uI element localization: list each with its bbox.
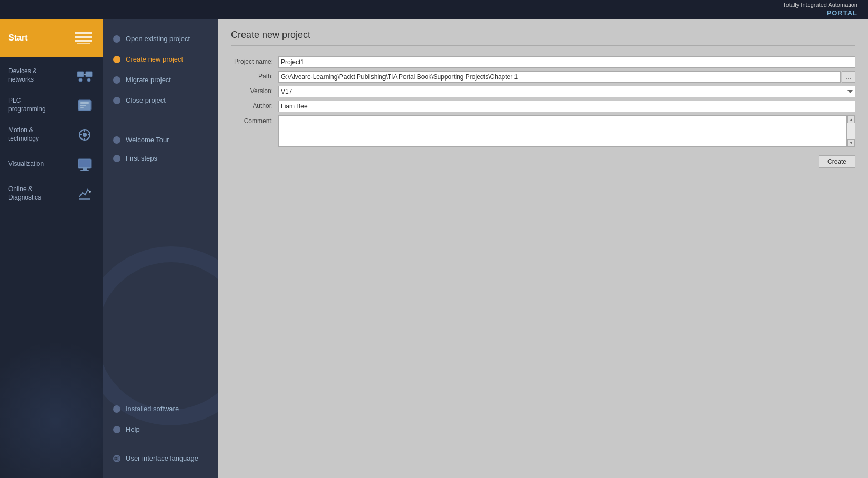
author-label: Author: <box>231 101 278 109</box>
sidebar-nav: Devices &networks PLCprogramming <box>0 57 103 213</box>
middle-panel: Open existing project Create new project… <box>103 19 218 478</box>
comment-label: Comment: <box>231 115 278 125</box>
migrate-dot <box>113 76 120 84</box>
sidebar-item-devices-networks[interactable]: Devices &networks <box>0 61 103 91</box>
visualization-icon <box>75 155 94 174</box>
sidebar-item-plc-label: PLCprogramming <box>8 97 75 113</box>
version-input-wrap: V17 V16 V15 <box>278 86 855 97</box>
scrollbar-track <box>847 123 855 139</box>
left-sidebar: Start Devices &networks <box>0 19 103 478</box>
svg-rect-5 <box>86 72 92 77</box>
author-input[interactable] <box>278 101 855 112</box>
installed-software-dot <box>113 405 120 413</box>
middle-item-open-existing[interactable]: Open existing project <box>103 29 218 48</box>
welcome-tour-label: Welcome Tour <box>126 136 169 144</box>
middle-item-first-steps[interactable]: First steps <box>103 149 218 167</box>
middle-bottom-nav: Installed software Help <box>103 400 218 449</box>
project-name-input[interactable] <box>278 56 855 68</box>
project-name-label: Project name: <box>231 56 278 65</box>
create-new-label: Create new project <box>126 55 183 63</box>
svg-rect-3 <box>77 43 90 44</box>
svg-rect-10 <box>80 102 89 104</box>
create-button[interactable]: Create <box>819 155 855 168</box>
path-input[interactable] <box>278 71 841 83</box>
version-row: Version: V17 V16 V15 <box>231 86 855 97</box>
middle-item-create-new[interactable]: Create new project <box>103 50 218 68</box>
author-row: Author: <box>231 101 855 112</box>
ui-language-label: User interface language <box>126 454 198 462</box>
first-steps-label: First steps <box>126 154 157 162</box>
sidebar-item-visualization[interactable]: Visualization <box>0 150 103 179</box>
main-layout: Start Devices &networks <box>0 19 868 478</box>
svg-rect-22 <box>80 170 89 171</box>
comment-textarea[interactable] <box>278 115 847 147</box>
sidebar-item-online-diagnostics[interactable]: Online &Diagnostics <box>0 179 103 208</box>
comment-textarea-wrap: ▲ ▼ <box>278 115 855 147</box>
comment-row: Comment: ▲ ▼ <box>231 115 855 147</box>
author-input-wrap <box>278 101 855 112</box>
sidebar-item-motion-technology[interactable]: Motion &technology <box>0 120 103 150</box>
svg-point-14 <box>83 133 87 137</box>
project-name-input-wrap <box>278 56 855 68</box>
open-existing-label: Open existing project <box>126 35 190 43</box>
migrate-label: Migrate project <box>126 76 171 84</box>
sidebar-item-motion-label: Motion &technology <box>8 126 75 143</box>
middle-item-close[interactable]: Close project <box>103 91 218 109</box>
path-input-wrap: ... <box>278 71 855 83</box>
start-label: Start <box>8 33 73 43</box>
motion-technology-icon <box>75 125 94 144</box>
help-label: Help <box>126 425 140 433</box>
svg-rect-1 <box>75 36 92 38</box>
svg-rect-21 <box>83 168 87 170</box>
first-steps-dot <box>113 155 120 162</box>
scrollbar-up-arrow[interactable]: ▲ <box>847 116 855 123</box>
path-browse-button[interactable]: ... <box>842 71 855 83</box>
create-new-dot <box>113 56 120 63</box>
sidebar-item-plc-programming[interactable]: PLCprogramming <box>0 91 103 120</box>
svg-point-7 <box>79 78 82 82</box>
path-row: Path: ... <box>231 71 855 83</box>
top-bar: Totally Integrated Automation PORTAL <box>0 0 868 19</box>
create-button-row: Create <box>231 155 855 168</box>
middle-item-installed-software[interactable]: Installed software <box>103 400 218 418</box>
sidebar-item-online-label: Online &Diagnostics <box>8 185 75 202</box>
welcome-tour-dot <box>113 136 120 144</box>
svg-rect-0 <box>75 32 92 34</box>
ui-language-icon <box>113 455 120 462</box>
svg-point-8 <box>87 78 90 82</box>
middle-item-welcome-tour[interactable]: Welcome Tour <box>103 131 218 149</box>
middle-spacer <box>103 167 218 400</box>
devices-networks-icon <box>75 66 94 85</box>
start-icon <box>73 27 94 48</box>
plc-programming-icon <box>75 96 94 115</box>
svg-rect-20 <box>79 160 90 167</box>
svg-rect-4 <box>77 72 84 77</box>
online-diagnostics-icon <box>75 184 94 203</box>
middle-nav-main: Open existing project Create new project… <box>103 29 218 109</box>
open-existing-dot <box>113 35 120 43</box>
app-title: Totally Integrated Automation PORTAL <box>783 1 857 17</box>
help-dot <box>113 426 120 433</box>
svg-rect-12 <box>80 107 84 108</box>
svg-rect-11 <box>80 105 86 106</box>
sidebar-item-visualization-label: Visualization <box>8 160 75 168</box>
middle-item-migrate[interactable]: Migrate project <box>103 71 218 89</box>
path-label: Path: <box>231 71 278 80</box>
project-name-row: Project name: <box>231 56 855 68</box>
scrollbar-down-arrow[interactable]: ▼ <box>847 139 855 146</box>
main-content: Create new project Project name: Path: .… <box>218 19 868 478</box>
tour-nav: Welcome Tour First steps <box>103 131 218 167</box>
svg-point-24 <box>89 191 91 193</box>
close-dot <box>113 97 120 104</box>
version-label: Version: <box>231 86 278 95</box>
middle-item-ui-language[interactable]: User interface language <box>103 449 218 467</box>
sidebar-item-devices-networks-label: Devices &networks <box>8 67 75 84</box>
close-label: Close project <box>126 96 166 104</box>
page-title: Create new project <box>231 29 855 46</box>
comment-scrollbar[interactable]: ▲ ▼ <box>847 115 855 147</box>
middle-item-help[interactable]: Help <box>103 420 218 439</box>
installed-software-label: Installed software <box>126 405 179 413</box>
create-project-form: Project name: Path: ... Version: V17 <box>231 56 855 150</box>
start-tab[interactable]: Start <box>0 19 103 57</box>
version-select[interactable]: V17 V16 V15 <box>278 86 855 97</box>
